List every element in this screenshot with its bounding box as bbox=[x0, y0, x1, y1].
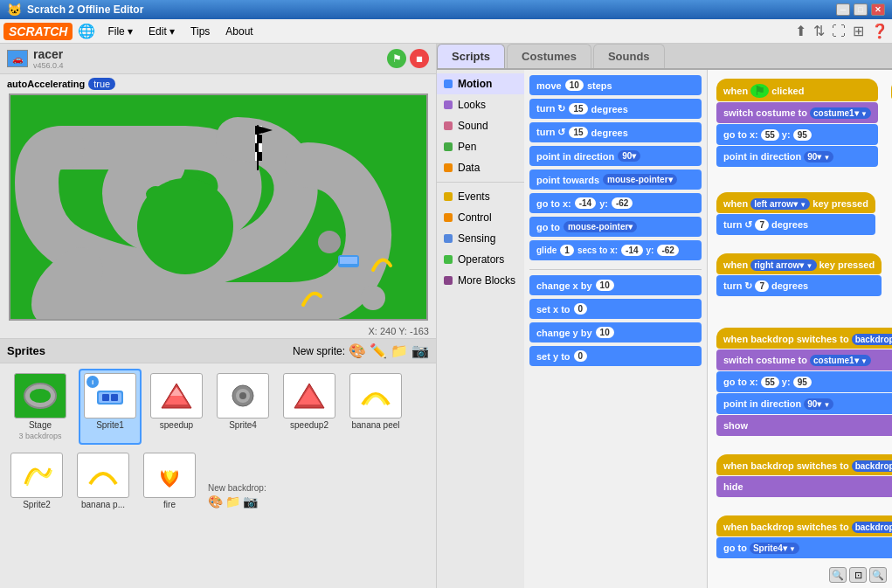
costume-dropdown2[interactable]: costume1▾ bbox=[810, 355, 871, 366]
goto-y-input[interactable]: -62 bbox=[612, 197, 633, 209]
switch-costume-block2[interactable]: switch costume to costume1▾ bbox=[716, 349, 892, 370]
upload-sprite-icon[interactable]: 📁 bbox=[391, 342, 408, 359]
goto-target-input[interactable]: mouse-pointer▾ bbox=[564, 221, 637, 232]
turn-cw-val1[interactable]: 7 bbox=[755, 280, 769, 292]
goto-block[interactable]: go to mouse-pointer▾ bbox=[529, 217, 702, 237]
point-dir-block1[interactable]: point in direction 90▾ bbox=[716, 146, 878, 167]
edit-sprite-icon[interactable]: ✏️ bbox=[370, 342, 387, 359]
when-backdrop3-hat[interactable]: when backdrop switches to backdrop3▾ bbox=[716, 515, 892, 536]
hide-block[interactable]: hide bbox=[716, 476, 892, 497]
set-y-input[interactable]: 0 bbox=[574, 350, 588, 362]
turn-ccw-block[interactable]: turn ↺ 15 degrees bbox=[529, 122, 702, 142]
camera-sprite-icon[interactable]: 📷 bbox=[411, 342, 429, 359]
cat-data[interactable]: Data bbox=[437, 157, 524, 178]
glide-block[interactable]: glide 1 secs to x:-14 y:-62 bbox=[529, 240, 702, 260]
goto-sprite4-dropdown[interactable]: Sprite4▾ bbox=[750, 543, 799, 554]
when-backdrop2-hat[interactable]: when backdrop switches to backdrop2▾ bbox=[716, 454, 892, 475]
goto-sprite4-block[interactable]: go to Sprite4▾ bbox=[716, 537, 892, 558]
change-y-block[interactable]: change y by 10 bbox=[529, 322, 702, 342]
green-flag-button[interactable]: ⚑ bbox=[387, 49, 406, 68]
dir-dropdown2[interactable]: 90▾ bbox=[804, 398, 833, 410]
globe-icon[interactable]: 🌐 bbox=[78, 23, 95, 39]
arrows-icon[interactable]: ⇅ bbox=[813, 23, 825, 39]
backdrop-upload-icon[interactable]: 📁 bbox=[225, 495, 240, 508]
move-block[interactable]: move 10 steps bbox=[529, 75, 702, 95]
goto-xy-block1[interactable]: go to x: 55 y: 95 bbox=[716, 124, 878, 145]
change-y-input[interactable]: 10 bbox=[596, 327, 614, 338]
tab-sounds[interactable]: Sounds bbox=[593, 44, 665, 68]
zoom-in-button[interactable]: 🔍 bbox=[869, 567, 887, 583]
minimize-button[interactable]: ─ bbox=[836, 3, 850, 16]
when-leftarrow-hat[interactable]: when left arrow▾ key pressed bbox=[716, 192, 875, 213]
when-rightarrow-hat[interactable]: when right arrow▾ key pressed bbox=[716, 253, 882, 274]
upload-icon[interactable]: ⬆ bbox=[795, 23, 806, 39]
stage-item[interactable]: Stage 3 backdrops bbox=[5, 369, 75, 445]
when-clicked-hat[interactable]: when ⚑ clicked bbox=[716, 79, 878, 101]
turn-cw-input[interactable]: 15 bbox=[569, 103, 587, 114]
glide-y-input[interactable]: -62 bbox=[657, 245, 678, 256]
cat-motion[interactable]: Motion bbox=[437, 73, 524, 94]
key-dropdown-right[interactable]: right arrow▾ bbox=[750, 259, 816, 271]
key-dropdown-left[interactable]: left arrow▾ bbox=[750, 198, 810, 210]
when-backdrop1-hat[interactable]: when backdrop switches to backdrop1▾ bbox=[716, 328, 892, 349]
change-x-block[interactable]: change x by 10 bbox=[529, 275, 702, 295]
sprite-item-sprite2[interactable]: Sprite2 bbox=[5, 448, 68, 514]
set-y-block[interactable]: set y to 0 bbox=[529, 346, 702, 366]
backdrop-dropdown3[interactable]: backdrop3▾ bbox=[852, 522, 892, 533]
cat-control[interactable]: Control bbox=[437, 207, 524, 228]
set-x-input[interactable]: 0 bbox=[574, 303, 588, 315]
turn-ccw-val1[interactable]: 7 bbox=[755, 219, 769, 231]
help-icon[interactable]: ❓ bbox=[871, 23, 889, 39]
paint-icon[interactable]: 🎨 bbox=[349, 342, 366, 359]
sprite-item-sprite1[interactable]: i Sprite1 bbox=[79, 369, 142, 445]
point-dir-input[interactable]: 90▾ bbox=[618, 150, 640, 162]
backdrop-dropdown2[interactable]: backdrop2▾ bbox=[852, 460, 892, 472]
change-x-input[interactable]: 10 bbox=[596, 280, 614, 291]
cat-more[interactable]: More Blocks bbox=[437, 270, 524, 291]
tips-menu[interactable]: Tips bbox=[183, 23, 217, 40]
fullscreen-icon[interactable]: ⛶ bbox=[832, 24, 846, 39]
turn-cw-block[interactable]: turn ↻ 15 degrees bbox=[529, 99, 702, 119]
costume-dropdown1[interactable]: costume1▾ bbox=[810, 107, 871, 119]
close-button[interactable]: ✕ bbox=[871, 3, 885, 16]
goto-y2[interactable]: 95 bbox=[793, 377, 812, 388]
goto-xy-block[interactable]: go to x:-14 y:-62 bbox=[529, 193, 702, 213]
glide-secs-input[interactable]: 1 bbox=[560, 245, 574, 256]
goto-xy-block2[interactable]: go to x: 55 y: 95 bbox=[716, 371, 892, 392]
set-x-block[interactable]: set x to 0 bbox=[529, 299, 702, 319]
tab-costumes[interactable]: Costumes bbox=[507, 44, 591, 68]
point-towards-block[interactable]: point towards mouse-pointer▾ bbox=[529, 169, 702, 190]
point-dir-block[interactable]: point in direction 90▾ bbox=[529, 146, 702, 166]
cat-sound[interactable]: Sound bbox=[437, 115, 524, 136]
tab-scripts[interactable]: Scripts bbox=[437, 44, 505, 68]
file-menu[interactable]: File ▾ bbox=[100, 23, 140, 40]
switch-costume-block1[interactable]: switch costume to costume1▾ bbox=[716, 102, 878, 123]
turn-cw-block1[interactable]: turn ↻ 7 degrees bbox=[716, 275, 882, 296]
show-block[interactable]: show bbox=[716, 415, 892, 436]
sprite-item-sprite4[interactable]: Sprite4 bbox=[211, 369, 274, 445]
sprite-item-bananap[interactable]: banana p... bbox=[72, 448, 135, 514]
maximize-button[interactable]: □ bbox=[854, 3, 868, 16]
dir-dropdown1[interactable]: 90▾ bbox=[804, 151, 833, 163]
goto-x2[interactable]: 55 bbox=[761, 377, 779, 388]
edit-menu[interactable]: Edit ▾ bbox=[142, 23, 182, 40]
cat-sensing[interactable]: Sensing bbox=[437, 228, 524, 249]
sprite-item-bananapeel[interactable]: banana peel bbox=[344, 369, 407, 445]
point-towards-input[interactable]: mouse-pointer▾ bbox=[603, 174, 676, 185]
cat-events[interactable]: Events bbox=[437, 186, 524, 207]
cat-looks[interactable]: Looks bbox=[437, 94, 524, 115]
sprite-item-fire[interactable]: fire bbox=[138, 448, 201, 514]
backdrop-paint-icon[interactable]: 🎨 bbox=[208, 495, 223, 508]
zoom-out-button[interactable]: 🔍 bbox=[829, 567, 847, 583]
goto-x-input[interactable]: -14 bbox=[575, 197, 596, 209]
backdrop-dropdown1[interactable]: backdrop1▾ bbox=[852, 334, 892, 345]
cat-operators[interactable]: Operators bbox=[437, 249, 524, 270]
stop-button[interactable]: ⏹ bbox=[410, 49, 429, 68]
scripts-area[interactable]: when ⚑ clicked switch costume to costume… bbox=[708, 70, 892, 588]
backdrop-camera-icon[interactable]: 📷 bbox=[243, 495, 258, 508]
about-menu[interactable]: About bbox=[218, 23, 259, 40]
sprite-item-speedup2[interactable]: speedup2 bbox=[278, 369, 341, 445]
turn-ccw-input[interactable]: 15 bbox=[569, 127, 587, 138]
turn-ccw-block1[interactable]: turn ↺ 7 degrees bbox=[716, 214, 875, 235]
glide-x-input[interactable]: -14 bbox=[621, 245, 642, 256]
